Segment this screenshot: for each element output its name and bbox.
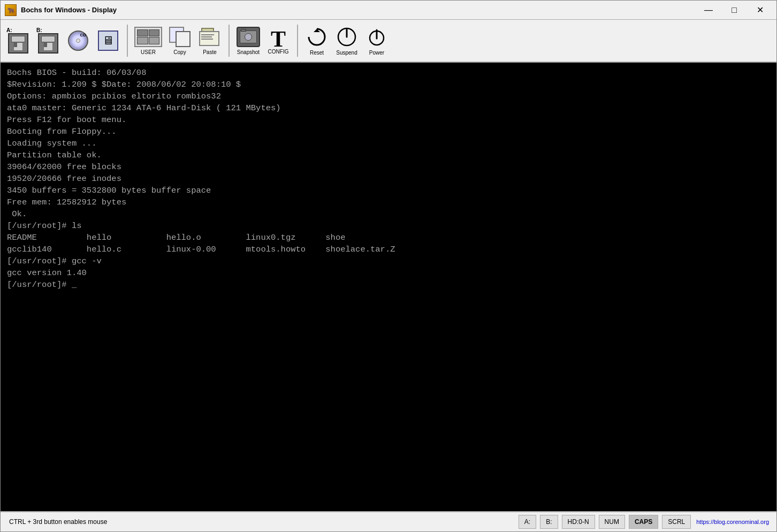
window-title: Bochs for Windows - Display	[21, 6, 117, 14]
maximize-button[interactable]: □	[722, 2, 746, 18]
network-icon: 🖥	[98, 31, 118, 51]
terminal-line: [/usr/root]# ls	[7, 220, 770, 232]
terminal-line: Partition table ok.	[7, 149, 770, 161]
status-badge: B:	[540, 515, 558, 529]
cd-button[interactable]: CD	[65, 29, 92, 52]
terminal-line: README hello hello.o linux0.tgz shoe	[7, 232, 770, 244]
terminal-line: Options: apmbios pcibios eltorito rombio…	[7, 90, 770, 102]
status-badge: CAPS	[629, 515, 658, 529]
copy-icon	[169, 27, 191, 47]
terminal-line: 19520/20666 free inodes	[7, 173, 770, 185]
toolbar-separator-1	[127, 25, 128, 57]
status-badge: A:	[519, 515, 536, 529]
config-icon: T	[266, 27, 290, 51]
power-button[interactable]: Power	[363, 25, 390, 57]
terminal-line: gcc version 1.40	[7, 267, 770, 279]
floppy-a-button[interactable]: A:	[5, 26, 32, 55]
toolbar-separator-3	[297, 25, 298, 57]
terminal-line: Press F12 for boot menu.	[7, 114, 770, 126]
paste-icon	[199, 27, 220, 47]
suspend-label: Suspend	[336, 50, 357, 56]
terminal-line: Loading system ...	[7, 138, 770, 149]
terminal-line: 3450 buffers = 3532800 bytes buffer spac…	[7, 185, 770, 196]
floppy-b-icon	[38, 33, 58, 54]
reset-label: Reset	[310, 50, 324, 56]
snapshot-label: Snapshot	[237, 49, 260, 55]
user-label: USER	[141, 49, 156, 55]
network-button[interactable]: 🖥	[95, 29, 121, 52]
terminal-line: [/usr/root]# gcc -v	[7, 255, 770, 267]
toolbar-separator-2	[228, 25, 230, 57]
terminal-line: Bochs BIOS - build: 06/03/08	[7, 67, 770, 79]
terminal-line: $Revision: 1.209 $ $Date: 2008/06/02 20:…	[7, 79, 770, 90]
copy-button[interactable]: Copy	[166, 26, 193, 56]
terminal-line: gcclib140 hello.c linux-0.00 mtools.howt…	[7, 244, 770, 255]
terminal-line: ata0 master: Generic 1234 ATA-6 Hard-Dis…	[7, 102, 770, 114]
reset-button[interactable]: Reset	[303, 25, 330, 57]
statusbar: CTRL + 3rd button enables mouse A:B:HD:0…	[1, 511, 776, 531]
reset-icon	[306, 26, 327, 48]
paste-label: Paste	[203, 49, 217, 55]
snapshot-button[interactable]: Snapshot	[235, 26, 262, 56]
suspend-icon	[336, 26, 357, 48]
terminal-content: Bochs BIOS - build: 06/03/08$Revision: 1…	[7, 67, 770, 291]
toolbar: A: B: CD	[1, 20, 776, 63]
user-icon	[134, 27, 162, 47]
suspend-button[interactable]: Suspend	[333, 25, 360, 57]
terminal-display[interactable]: Bochs BIOS - build: 06/03/08$Revision: 1…	[1, 63, 776, 511]
terminal-line: 39064/62000 free blocks	[7, 161, 770, 173]
minimize-button[interactable]: —	[696, 2, 721, 18]
paste-button[interactable]: Paste	[196, 26, 223, 56]
terminal-line: Free mem: 12582912 bytes	[7, 196, 770, 208]
floppy-b-button[interactable]: B:	[35, 26, 62, 55]
snapshot-icon	[237, 27, 260, 47]
copy-label: Copy	[173, 49, 186, 55]
status-message: CTRL + 3rd button enables mouse	[4, 518, 517, 526]
terminal-line: Booting from Floppy...	[7, 126, 770, 138]
status-badge: NUM	[599, 515, 625, 529]
config-button[interactable]: T CONFIG	[265, 26, 292, 56]
floppy-a-icon	[8, 33, 28, 54]
status-badge: HD:0-N	[562, 515, 595, 529]
user-button[interactable]: USER	[133, 26, 163, 56]
power-icon	[366, 26, 387, 48]
cd-icon: CD	[68, 31, 88, 51]
close-button[interactable]: ✕	[748, 2, 772, 18]
terminal-line: Ok.	[7, 208, 770, 220]
app-icon: 🐂	[5, 4, 17, 16]
titlebar: 🐂 Bochs for Windows - Display — □ ✕	[1, 1, 776, 20]
status-link[interactable]: https://blog.corenominal.org	[692, 519, 773, 525]
terminal-line: [/usr/root]# _	[7, 279, 770, 291]
power-label: Power	[369, 50, 384, 56]
status-badge: SCRL	[662, 515, 691, 529]
config-label: CONFIG	[268, 49, 289, 55]
status-badges: A:B:HD:0-NNUMCAPSSCRL	[517, 515, 692, 529]
